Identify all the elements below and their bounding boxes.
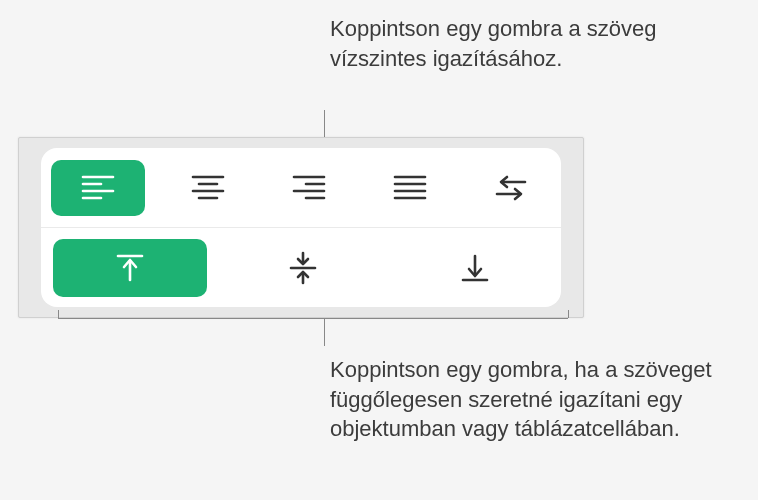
align-justify-icon [393,174,427,202]
align-left-button[interactable] [51,160,145,216]
text-direction-icon [493,174,529,202]
align-middle-button[interactable] [288,251,318,285]
align-bottom-icon [460,252,490,284]
align-right-icon [292,174,326,202]
callout-line [324,318,325,346]
callout-vertical: Koppintson egy gombra, ha a szöveget füg… [330,355,758,444]
alignment-panel [18,137,584,318]
callout-horizontal: Koppintson egy gombra a szöveg vízszinte… [330,14,758,73]
align-top-icon [115,252,145,284]
callout-line [58,318,568,319]
align-left-icon [81,174,115,202]
callout-line [568,310,569,318]
horizontal-alignment-row [41,148,561,228]
text-direction-button[interactable] [493,174,529,202]
align-justify-button[interactable] [393,174,427,202]
align-bottom-button[interactable] [460,252,490,284]
alignment-inner [41,148,561,307]
callout-line [58,310,59,318]
align-right-button[interactable] [292,174,326,202]
callout-line [324,110,325,137]
align-middle-icon [288,251,318,285]
align-center-button[interactable] [191,174,225,202]
align-top-button[interactable] [53,239,207,297]
vertical-alignment-row [41,228,561,307]
align-center-icon [191,174,225,202]
